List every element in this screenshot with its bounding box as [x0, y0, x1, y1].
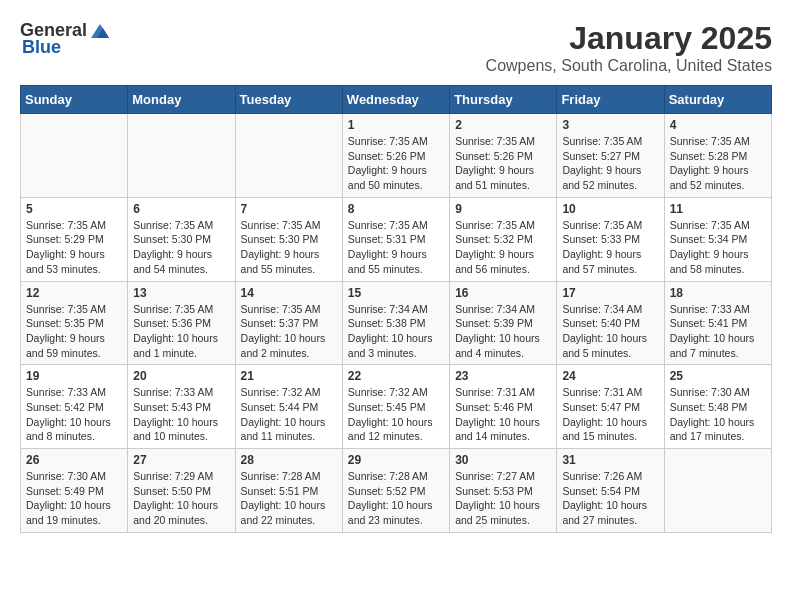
calendar-cell: 29Sunrise: 7:28 AM Sunset: 5:52 PM Dayli… — [342, 449, 449, 533]
day-number: 9 — [455, 202, 551, 216]
calendar-cell: 17Sunrise: 7:34 AM Sunset: 5:40 PM Dayli… — [557, 281, 664, 365]
weekday-header-monday: Monday — [128, 86, 235, 114]
day-info: Sunrise: 7:27 AM Sunset: 5:53 PM Dayligh… — [455, 469, 551, 528]
day-number: 3 — [562, 118, 658, 132]
day-number: 1 — [348, 118, 444, 132]
calendar-cell: 8Sunrise: 7:35 AM Sunset: 5:31 PM Daylig… — [342, 197, 449, 281]
calendar-cell — [21, 114, 128, 198]
calendar-cell: 7Sunrise: 7:35 AM Sunset: 5:30 PM Daylig… — [235, 197, 342, 281]
day-number: 4 — [670, 118, 766, 132]
calendar-table: SundayMondayTuesdayWednesdayThursdayFrid… — [20, 85, 772, 533]
weekday-header-row: SundayMondayTuesdayWednesdayThursdayFrid… — [21, 86, 772, 114]
day-info: Sunrise: 7:35 AM Sunset: 5:30 PM Dayligh… — [133, 218, 229, 277]
day-info: Sunrise: 7:30 AM Sunset: 5:49 PM Dayligh… — [26, 469, 122, 528]
weekday-header-saturday: Saturday — [664, 86, 771, 114]
logo: General Blue — [20, 20, 111, 58]
day-number: 19 — [26, 369, 122, 383]
day-number: 5 — [26, 202, 122, 216]
day-number: 2 — [455, 118, 551, 132]
header: General Blue January 2025 Cowpens, South… — [20, 20, 772, 75]
day-number: 30 — [455, 453, 551, 467]
calendar-cell: 15Sunrise: 7:34 AM Sunset: 5:38 PM Dayli… — [342, 281, 449, 365]
calendar-cell: 30Sunrise: 7:27 AM Sunset: 5:53 PM Dayli… — [450, 449, 557, 533]
day-number: 6 — [133, 202, 229, 216]
day-info: Sunrise: 7:35 AM Sunset: 5:32 PM Dayligh… — [455, 218, 551, 277]
day-info: Sunrise: 7:35 AM Sunset: 5:27 PM Dayligh… — [562, 134, 658, 193]
day-number: 8 — [348, 202, 444, 216]
calendar-cell: 3Sunrise: 7:35 AM Sunset: 5:27 PM Daylig… — [557, 114, 664, 198]
day-number: 24 — [562, 369, 658, 383]
calendar-cell: 25Sunrise: 7:30 AM Sunset: 5:48 PM Dayli… — [664, 365, 771, 449]
day-info: Sunrise: 7:33 AM Sunset: 5:42 PM Dayligh… — [26, 385, 122, 444]
day-number: 11 — [670, 202, 766, 216]
day-info: Sunrise: 7:32 AM Sunset: 5:44 PM Dayligh… — [241, 385, 337, 444]
day-number: 7 — [241, 202, 337, 216]
day-info: Sunrise: 7:32 AM Sunset: 5:45 PM Dayligh… — [348, 385, 444, 444]
day-info: Sunrise: 7:35 AM Sunset: 5:35 PM Dayligh… — [26, 302, 122, 361]
title-area: January 2025 Cowpens, South Carolina, Un… — [486, 20, 772, 75]
calendar-cell: 10Sunrise: 7:35 AM Sunset: 5:33 PM Dayli… — [557, 197, 664, 281]
day-info: Sunrise: 7:35 AM Sunset: 5:33 PM Dayligh… — [562, 218, 658, 277]
day-number: 14 — [241, 286, 337, 300]
day-number: 13 — [133, 286, 229, 300]
week-row-5: 26Sunrise: 7:30 AM Sunset: 5:49 PM Dayli… — [21, 449, 772, 533]
day-info: Sunrise: 7:29 AM Sunset: 5:50 PM Dayligh… — [133, 469, 229, 528]
calendar-cell: 21Sunrise: 7:32 AM Sunset: 5:44 PM Dayli… — [235, 365, 342, 449]
calendar-cell: 13Sunrise: 7:35 AM Sunset: 5:36 PM Dayli… — [128, 281, 235, 365]
calendar-cell: 12Sunrise: 7:35 AM Sunset: 5:35 PM Dayli… — [21, 281, 128, 365]
day-info: Sunrise: 7:35 AM Sunset: 5:26 PM Dayligh… — [455, 134, 551, 193]
calendar-cell — [235, 114, 342, 198]
day-number: 20 — [133, 369, 229, 383]
weekday-header-tuesday: Tuesday — [235, 86, 342, 114]
calendar-cell: 4Sunrise: 7:35 AM Sunset: 5:28 PM Daylig… — [664, 114, 771, 198]
day-number: 16 — [455, 286, 551, 300]
day-info: Sunrise: 7:34 AM Sunset: 5:40 PM Dayligh… — [562, 302, 658, 361]
day-number: 10 — [562, 202, 658, 216]
week-row-4: 19Sunrise: 7:33 AM Sunset: 5:42 PM Dayli… — [21, 365, 772, 449]
logo-blue: Blue — [22, 37, 61, 58]
week-row-1: 1Sunrise: 7:35 AM Sunset: 5:26 PM Daylig… — [21, 114, 772, 198]
day-info: Sunrise: 7:35 AM Sunset: 5:29 PM Dayligh… — [26, 218, 122, 277]
weekday-header-friday: Friday — [557, 86, 664, 114]
calendar-cell: 9Sunrise: 7:35 AM Sunset: 5:32 PM Daylig… — [450, 197, 557, 281]
weekday-header-sunday: Sunday — [21, 86, 128, 114]
day-info: Sunrise: 7:31 AM Sunset: 5:46 PM Dayligh… — [455, 385, 551, 444]
calendar-cell — [664, 449, 771, 533]
weekday-header-wednesday: Wednesday — [342, 86, 449, 114]
day-info: Sunrise: 7:33 AM Sunset: 5:41 PM Dayligh… — [670, 302, 766, 361]
day-number: 31 — [562, 453, 658, 467]
day-number: 21 — [241, 369, 337, 383]
calendar-cell: 1Sunrise: 7:35 AM Sunset: 5:26 PM Daylig… — [342, 114, 449, 198]
calendar-cell: 24Sunrise: 7:31 AM Sunset: 5:47 PM Dayli… — [557, 365, 664, 449]
day-info: Sunrise: 7:28 AM Sunset: 5:51 PM Dayligh… — [241, 469, 337, 528]
logo-icon — [89, 22, 111, 40]
calendar-cell: 11Sunrise: 7:35 AM Sunset: 5:34 PM Dayli… — [664, 197, 771, 281]
weekday-header-thursday: Thursday — [450, 86, 557, 114]
day-info: Sunrise: 7:35 AM Sunset: 5:30 PM Dayligh… — [241, 218, 337, 277]
calendar-cell: 6Sunrise: 7:35 AM Sunset: 5:30 PM Daylig… — [128, 197, 235, 281]
week-row-3: 12Sunrise: 7:35 AM Sunset: 5:35 PM Dayli… — [21, 281, 772, 365]
day-info: Sunrise: 7:35 AM Sunset: 5:34 PM Dayligh… — [670, 218, 766, 277]
calendar-cell: 18Sunrise: 7:33 AM Sunset: 5:41 PM Dayli… — [664, 281, 771, 365]
subtitle: Cowpens, South Carolina, United States — [486, 57, 772, 75]
day-info: Sunrise: 7:35 AM Sunset: 5:37 PM Dayligh… — [241, 302, 337, 361]
calendar-cell: 16Sunrise: 7:34 AM Sunset: 5:39 PM Dayli… — [450, 281, 557, 365]
day-info: Sunrise: 7:35 AM Sunset: 5:28 PM Dayligh… — [670, 134, 766, 193]
day-number: 22 — [348, 369, 444, 383]
day-info: Sunrise: 7:28 AM Sunset: 5:52 PM Dayligh… — [348, 469, 444, 528]
day-number: 23 — [455, 369, 551, 383]
day-number: 28 — [241, 453, 337, 467]
week-row-2: 5Sunrise: 7:35 AM Sunset: 5:29 PM Daylig… — [21, 197, 772, 281]
day-number: 29 — [348, 453, 444, 467]
day-info: Sunrise: 7:34 AM Sunset: 5:39 PM Dayligh… — [455, 302, 551, 361]
calendar-cell: 22Sunrise: 7:32 AM Sunset: 5:45 PM Dayli… — [342, 365, 449, 449]
calendar-cell: 5Sunrise: 7:35 AM Sunset: 5:29 PM Daylig… — [21, 197, 128, 281]
day-number: 12 — [26, 286, 122, 300]
calendar-cell: 27Sunrise: 7:29 AM Sunset: 5:50 PM Dayli… — [128, 449, 235, 533]
calendar-cell — [128, 114, 235, 198]
calendar-cell: 23Sunrise: 7:31 AM Sunset: 5:46 PM Dayli… — [450, 365, 557, 449]
calendar-cell: 2Sunrise: 7:35 AM Sunset: 5:26 PM Daylig… — [450, 114, 557, 198]
calendar-cell: 14Sunrise: 7:35 AM Sunset: 5:37 PM Dayli… — [235, 281, 342, 365]
day-info: Sunrise: 7:35 AM Sunset: 5:26 PM Dayligh… — [348, 134, 444, 193]
calendar-cell: 31Sunrise: 7:26 AM Sunset: 5:54 PM Dayli… — [557, 449, 664, 533]
